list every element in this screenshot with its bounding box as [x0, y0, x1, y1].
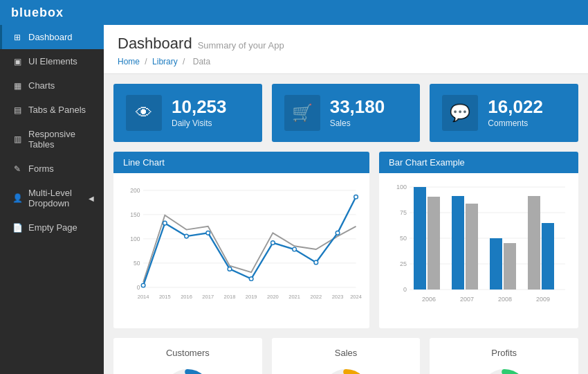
svg-text:2007: 2007 [460, 296, 474, 303]
sales-value: 33,180 [330, 98, 385, 116]
charts-row: Line Chart 200 150 100 50 0 [104, 142, 588, 328]
svg-point-25 [228, 267, 232, 271]
svg-rect-51 [504, 243, 516, 290]
daily-visits-label: Daily Visits [172, 118, 227, 128]
comments-value: 16,022 [488, 98, 543, 116]
charts-icon: ▦ [12, 81, 23, 91]
svg-text:0: 0 [137, 284, 140, 291]
svg-text:100: 100 [130, 235, 140, 242]
customers-donut [160, 365, 215, 374]
svg-point-29 [314, 260, 318, 265]
sales-label: Sales [330, 118, 385, 128]
page-header: Dashboard Summary of your App Home / Lib… [104, 25, 588, 74]
svg-text:2016: 2016 [181, 294, 192, 300]
comments-info: 16,022 Comments [488, 98, 543, 128]
responsive-tables-icon: ▥ [12, 134, 23, 144]
svg-rect-48 [452, 196, 464, 290]
customers-title: Customers [123, 348, 252, 358]
content-area: Dashboard Summary of your App Home / Lib… [104, 25, 588, 374]
daily-visits-info: 10,253 Daily Visits [172, 98, 227, 128]
breadcrumb-library[interactable]: Library [152, 57, 178, 66]
sidebar-item-responsive-tables[interactable]: ▥ Responsive Tables [0, 122, 104, 157]
svg-text:2014: 2014 [138, 294, 149, 300]
bar-chart-body: 100 75 50 25 0 2006 2007 2008 2009 [379, 173, 578, 328]
ui-elements-label: UI Elements [28, 56, 94, 66]
empty-page-label: Empty Page [28, 222, 94, 233]
svg-rect-47 [428, 197, 440, 290]
ui-elements-icon: ▣ [12, 57, 23, 66]
page-subtitle: Summary of your App [198, 40, 284, 51]
svg-point-24 [206, 231, 210, 235]
comments-icon: 💬 [442, 95, 478, 131]
svg-point-27 [271, 241, 275, 245]
breadcrumb: Home / Library / Data [118, 57, 574, 66]
sidebar-item-ui-elements[interactable]: ▣ UI Elements [0, 49, 104, 73]
sidebar-item-multi-level[interactable]: 👤 Multi-Level Dropdown ◀ [0, 181, 104, 215]
svg-text:2021: 2021 [288, 294, 300, 300]
svg-rect-46 [414, 187, 426, 290]
svg-rect-52 [528, 196, 540, 290]
brand-logo: bluebox [11, 6, 64, 20]
svg-text:50: 50 [134, 260, 140, 267]
svg-text:2023: 2023 [332, 294, 344, 300]
svg-rect-49 [466, 204, 478, 290]
svg-text:50: 50 [400, 235, 407, 242]
daily-visits-icon: 👁 [126, 95, 162, 131]
svg-text:2024: 2024 [350, 294, 362, 300]
responsive-tables-label: Responsive Tables [28, 129, 94, 150]
line-chart-card: Line Chart 200 150 100 50 0 [113, 152, 369, 328]
line-chart-body: 200 150 100 50 0 2014 2015 2016 2017 201… [113, 173, 369, 328]
page-title-row: Dashboard Summary of your App [118, 35, 574, 53]
svg-text:75: 75 [400, 209, 407, 216]
svg-text:2020: 2020 [267, 294, 279, 300]
svg-text:100: 100 [396, 184, 407, 190]
svg-text:2006: 2006 [422, 296, 436, 303]
sidebar-item-tabs-panels[interactable]: ▤ Tabs & Panels [0, 98, 104, 122]
forms-label: Forms [28, 163, 94, 174]
stat-card-daily-visits: 👁 10,253 Daily Visits [113, 84, 262, 142]
breadcrumb-home[interactable]: Home [118, 57, 140, 66]
svg-text:2019: 2019 [246, 294, 257, 300]
dashboard-label: Dashboard [28, 32, 94, 42]
svg-rect-53 [542, 223, 554, 290]
breadcrumb-current: Data [193, 57, 210, 66]
line-chart-svg: 200 150 100 50 0 2014 2015 2016 2017 201… [120, 180, 362, 319]
sidebar-item-empty-page[interactable]: 📄 Empty Page [0, 215, 104, 240]
multi-level-label: Multi-Level Dropdown [28, 188, 83, 208]
stat-card-sales: 🛒 33,180 Sales [272, 84, 421, 142]
svg-point-26 [249, 277, 253, 281]
svg-text:2009: 2009 [536, 296, 550, 303]
svg-text:2015: 2015 [159, 294, 171, 300]
svg-text:0: 0 [403, 286, 407, 293]
svg-point-21 [141, 283, 145, 287]
sales-title: Sales [282, 348, 411, 358]
sidebar: ⊞ Dashboard ▣ UI Elements ▦ Charts ▤ Tab… [0, 25, 104, 374]
svg-text:200: 200 [130, 187, 140, 194]
svg-text:150: 150 [130, 211, 140, 218]
main-layout: ⊞ Dashboard ▣ UI Elements ▦ Charts ▤ Tab… [0, 25, 588, 374]
svg-point-28 [293, 247, 297, 251]
sidebar-item-forms[interactable]: ✎ Forms [0, 157, 104, 181]
comments-label: Comments [488, 118, 543, 128]
svg-text:2018: 2018 [224, 294, 236, 300]
svg-point-31 [354, 195, 358, 199]
svg-text:2017: 2017 [202, 294, 214, 300]
bottom-row: Customers Sales Profits [104, 328, 588, 374]
mini-chart-profits: Profits [430, 338, 578, 374]
sales-donut [318, 365, 374, 374]
profits-donut [477, 365, 532, 374]
bar-chart-title: Bar Chart Example [379, 152, 578, 173]
sidebar-item-dashboard[interactable]: ⊞ Dashboard [0, 25, 104, 49]
stat-card-comments: 💬 16,022 Comments [430, 84, 578, 142]
sidebar-item-charts[interactable]: ▦ Charts [0, 73, 104, 98]
svg-text:2022: 2022 [310, 294, 322, 300]
charts-label: Charts [28, 80, 94, 91]
multi-level-icon: 👤 [12, 193, 23, 203]
multi-level-arrow: ◀ [89, 195, 94, 202]
forms-icon: ✎ [12, 164, 23, 174]
page-title: Dashboard [118, 35, 192, 53]
tabs-panels-icon: ▤ [12, 105, 23, 115]
tabs-panels-label: Tabs & Panels [28, 105, 94, 115]
sales-icon: 🛒 [284, 95, 320, 131]
sales-info: 33,180 Sales [330, 98, 385, 128]
